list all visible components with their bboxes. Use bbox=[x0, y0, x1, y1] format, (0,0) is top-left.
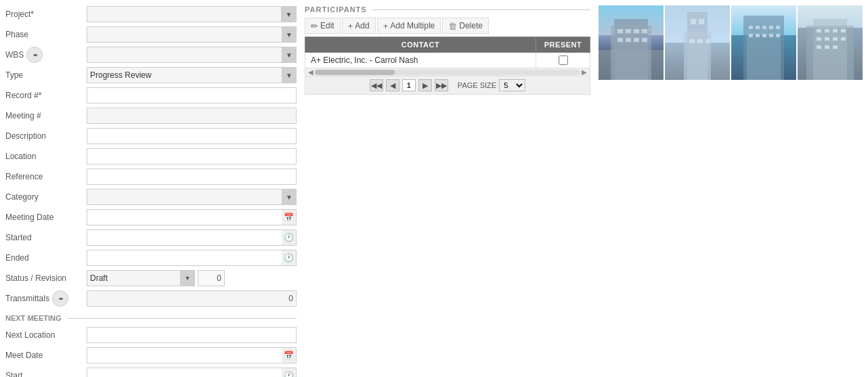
delete-button[interactable]: 🗑 Delete bbox=[442, 18, 489, 34]
record-input[interactable]: 7 bbox=[87, 87, 297, 104]
project-row: Project* ACME - ACME HOSPITAL PROJECT ▼ bbox=[5, 5, 297, 23]
project-label: Project* bbox=[5, 9, 87, 19]
wbs-select-wrapper: ▼ bbox=[87, 47, 297, 63]
svg-rect-24 bbox=[749, 34, 753, 37]
started-clock-icon[interactable]: 🕐 bbox=[282, 229, 297, 246]
status-select[interactable]: Draft bbox=[87, 270, 195, 286]
phase-select[interactable] bbox=[87, 26, 297, 43]
meeting-number-input[interactable]: 7 bbox=[87, 108, 297, 124]
transmittals-label: Transmittals ••• bbox=[5, 290, 87, 307]
started-label: Started bbox=[5, 233, 87, 242]
participants-panel: PARTICIPANTS ✏ Edit + Add + Add Multiple… bbox=[305, 5, 590, 377]
add-multiple-icon: + bbox=[383, 21, 389, 31]
phase-select-wrapper: ▼ bbox=[87, 26, 297, 43]
meet-date-label: Meet Date bbox=[5, 351, 87, 360]
prev-page-btn[interactable]: ◀ bbox=[386, 79, 399, 91]
svg-rect-37 bbox=[833, 37, 838, 41]
first-page-btn[interactable]: ◀◀ bbox=[370, 79, 383, 91]
present-checkbox[interactable] bbox=[559, 56, 568, 65]
record-row: Record #* 7 bbox=[5, 87, 297, 104]
category-select[interactable] bbox=[87, 189, 297, 205]
meet-date-input[interactable]: Dec-16-2013 bbox=[87, 347, 282, 363]
location-row: Location Main Office bbox=[5, 148, 297, 165]
svg-rect-30 bbox=[813, 19, 847, 80]
wbs-row: WBS ••• ▼ bbox=[5, 46, 297, 64]
col-present-header: PRESENT bbox=[536, 37, 590, 53]
type-select-wrapper: Progress Review ▼ bbox=[87, 67, 297, 83]
reference-row: Reference bbox=[5, 168, 297, 185]
add-multiple-button[interactable]: + Add Multiple bbox=[377, 18, 441, 34]
svg-rect-41 bbox=[833, 45, 838, 49]
building-image-1 bbox=[599, 5, 664, 80]
ended-input[interactable] bbox=[87, 250, 282, 266]
scroll-right-icon[interactable]: ▶ bbox=[580, 68, 588, 76]
type-select[interactable]: Progress Review bbox=[87, 67, 297, 83]
svg-rect-5 bbox=[642, 29, 647, 33]
status-select-wrapper: Draft ▼ bbox=[87, 270, 195, 286]
description-input[interactable]: O/A/C Progress Review Meeting bbox=[87, 128, 297, 144]
building-image-4 bbox=[798, 5, 863, 80]
record-label: Record #* bbox=[5, 91, 87, 100]
category-select-wrapper: ▼ bbox=[87, 189, 297, 205]
col-contact-header: CONTACT bbox=[305, 37, 536, 53]
project-input[interactable]: ACME - ACME HOSPITAL PROJECT bbox=[87, 6, 282, 22]
svg-rect-12 bbox=[691, 19, 696, 24]
svg-rect-3 bbox=[626, 29, 631, 33]
status-label: Status / Revision bbox=[5, 273, 87, 283]
scroll-track[interactable] bbox=[315, 70, 580, 75]
transmittals-dots-btn[interactable]: ••• bbox=[52, 290, 68, 307]
svg-rect-38 bbox=[841, 37, 846, 41]
participants-divider bbox=[372, 9, 590, 10]
svg-rect-9 bbox=[642, 38, 647, 42]
description-row: Description O/A/C Progress Review Meetin… bbox=[5, 127, 297, 145]
svg-rect-18 bbox=[747, 22, 781, 80]
start-label: Start bbox=[5, 371, 87, 377]
reference-input[interactable] bbox=[87, 169, 297, 185]
wbs-dots-btn[interactable]: ••• bbox=[26, 47, 43, 63]
wbs-select[interactable] bbox=[87, 47, 297, 63]
next-location-input[interactable]: Main Office bbox=[87, 327, 297, 343]
svg-rect-4 bbox=[634, 29, 639, 33]
wbs-label: WBS ••• bbox=[5, 47, 87, 63]
revision-value: 0 bbox=[198, 270, 225, 286]
svg-rect-28 bbox=[776, 34, 780, 37]
meeting-date-input[interactable] bbox=[87, 209, 282, 225]
started-field: 🕐 bbox=[87, 229, 297, 246]
start-input[interactable]: 10:00 AM bbox=[87, 368, 282, 377]
contact-cell: A+ Electric, Inc. - Carrol Nash bbox=[305, 53, 536, 68]
scroll-left-icon[interactable]: ◀ bbox=[307, 68, 315, 76]
type-row: Type Progress Review ▼ bbox=[5, 66, 297, 84]
edit-button[interactable]: ✏ Edit bbox=[305, 18, 341, 34]
building-image-3 bbox=[731, 5, 796, 80]
meet-date-calendar-icon[interactable]: 📅 bbox=[282, 347, 297, 363]
project-dropdown-btn[interactable]: ▼ bbox=[282, 6, 297, 22]
svg-rect-15 bbox=[697, 39, 703, 43]
svg-rect-32 bbox=[825, 29, 829, 32]
last-page-btn[interactable]: ▶▶ bbox=[435, 79, 448, 91]
transmittals-dots-icon: ••• bbox=[59, 295, 62, 303]
horizontal-scrollbar[interactable]: ◀ ▶ bbox=[305, 68, 590, 76]
ended-field: 🕐 bbox=[87, 250, 297, 266]
location-label: Location bbox=[5, 152, 87, 161]
svg-rect-36 bbox=[825, 37, 829, 41]
location-input[interactable]: Main Office bbox=[87, 148, 297, 164]
next-page-btn[interactable]: ▶ bbox=[418, 79, 432, 91]
add-icon: + bbox=[348, 21, 353, 31]
meeting-date-calendar-icon[interactable]: 📅 bbox=[282, 209, 297, 225]
ended-clock-icon[interactable]: 🕐 bbox=[282, 250, 297, 266]
project-dropdown-arrow-icon: ▼ bbox=[286, 11, 292, 18]
meet-date-row: Meet Date Dec-16-2013 📅 bbox=[5, 347, 297, 364]
meeting-date-row: Meeting Date 📅 bbox=[5, 208, 297, 226]
start-clock-icon[interactable]: 🕐 bbox=[282, 368, 297, 377]
svg-rect-20 bbox=[756, 26, 760, 29]
app-container: Project* ACME - ACME HOSPITAL PROJECT ▼ … bbox=[0, 0, 868, 377]
svg-rect-27 bbox=[769, 34, 773, 37]
transmittals-row: Transmittals ••• 0 bbox=[5, 290, 297, 307]
phase-label: Phase bbox=[5, 30, 87, 39]
add-button[interactable]: + Add bbox=[342, 18, 376, 34]
svg-rect-26 bbox=[762, 34, 766, 37]
started-input[interactable] bbox=[87, 229, 282, 246]
page-size-label: PAGE SIZE bbox=[458, 81, 496, 89]
meet-date-field: Dec-16-2013 📅 bbox=[87, 347, 297, 363]
page-size-select[interactable]: 5 10 25 bbox=[499, 79, 525, 91]
